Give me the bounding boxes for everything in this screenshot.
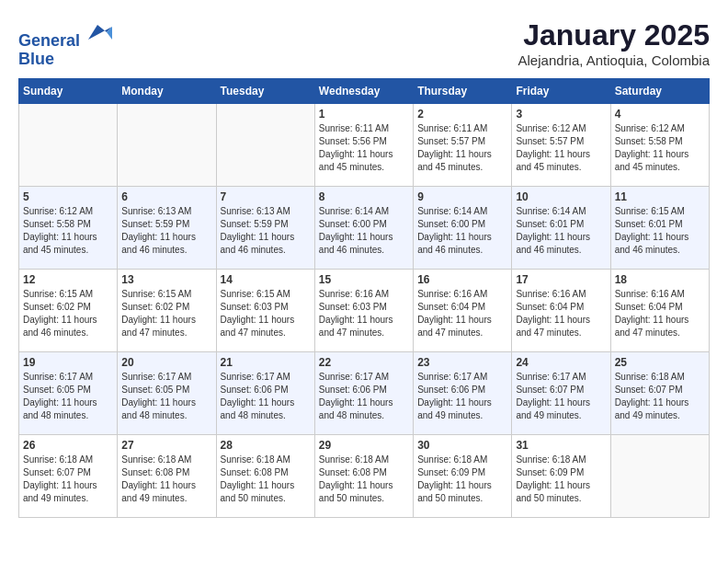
day-number: 9 (417, 190, 507, 203)
cell-info: Sunrise: 6:12 AM Sunset: 5:58 PM Dayligh… (23, 205, 113, 257)
calendar-cell: 15Sunrise: 6:16 AM Sunset: 6:03 PM Dayli… (314, 269, 413, 351)
day-number: 7 (221, 190, 311, 203)
calendar-cell: 6Sunrise: 6:13 AM Sunset: 5:59 PM Daylig… (118, 186, 216, 269)
calendar-cell: 8Sunrise: 6:14 AM Sunset: 6:00 PM Daylig… (314, 186, 413, 269)
calendar-cell: 2Sunrise: 6:11 AM Sunset: 5:57 PM Daylig… (414, 103, 512, 186)
cell-info: Sunrise: 6:16 AM Sunset: 6:04 PM Dayligh… (417, 288, 507, 339)
weekday-header-friday: Friday (512, 78, 610, 103)
cell-info: Sunrise: 6:18 AM Sunset: 6:09 PM Dayligh… (516, 454, 606, 505)
day-number: 23 (417, 356, 507, 369)
cell-info: Sunrise: 6:17 AM Sunset: 6:06 PM Dayligh… (319, 371, 409, 422)
page-header: General Blue January 2025 Alejandria, An… (18, 18, 710, 69)
day-number: 3 (516, 108, 606, 121)
logo: General Blue (18, 18, 114, 69)
cell-info: Sunrise: 6:16 AM Sunset: 6:04 PM Dayligh… (615, 288, 705, 339)
calendar-cell: 29Sunrise: 6:18 AM Sunset: 6:08 PM Dayli… (314, 434, 413, 517)
calendar-cell: 5Sunrise: 6:12 AM Sunset: 5:58 PM Daylig… (19, 186, 118, 269)
cell-info: Sunrise: 6:17 AM Sunset: 6:05 PM Dayligh… (23, 371, 113, 422)
calendar-cell: 21Sunrise: 6:17 AM Sunset: 6:06 PM Dayli… (216, 351, 314, 434)
cell-info: Sunrise: 6:15 AM Sunset: 6:03 PM Dayligh… (221, 288, 311, 339)
calendar-cell: 28Sunrise: 6:18 AM Sunset: 6:08 PM Dayli… (216, 434, 314, 517)
logo-icon (86, 18, 114, 46)
calendar-week-3: 12Sunrise: 6:15 AM Sunset: 6:02 PM Dayli… (19, 269, 710, 351)
cell-info: Sunrise: 6:16 AM Sunset: 6:03 PM Dayligh… (319, 288, 409, 339)
day-number: 4 (615, 108, 705, 121)
day-number: 30 (417, 439, 507, 452)
cell-info: Sunrise: 6:13 AM Sunset: 5:59 PM Dayligh… (221, 205, 311, 257)
cell-info: Sunrise: 6:14 AM Sunset: 6:01 PM Dayligh… (516, 205, 606, 257)
cell-info: Sunrise: 6:11 AM Sunset: 5:57 PM Dayligh… (417, 122, 507, 174)
cell-info: Sunrise: 6:17 AM Sunset: 6:06 PM Dayligh… (221, 371, 311, 422)
calendar-title: January 2025 (518, 18, 710, 52)
calendar-week-1: 1Sunrise: 6:11 AM Sunset: 5:56 PM Daylig… (19, 103, 710, 186)
cell-info: Sunrise: 6:15 AM Sunset: 6:01 PM Dayligh… (615, 205, 705, 257)
day-number: 10 (516, 190, 606, 203)
day-number: 17 (516, 273, 606, 286)
cell-info: Sunrise: 6:15 AM Sunset: 6:02 PM Dayligh… (121, 288, 211, 339)
calendar-cell: 25Sunrise: 6:18 AM Sunset: 6:07 PM Dayli… (610, 351, 709, 434)
day-number: 16 (417, 273, 507, 286)
day-number: 18 (615, 273, 705, 286)
day-number: 13 (121, 273, 211, 286)
calendar-cell: 27Sunrise: 6:18 AM Sunset: 6:08 PM Dayli… (118, 434, 216, 517)
cell-info: Sunrise: 6:14 AM Sunset: 6:00 PM Dayligh… (319, 205, 409, 257)
calendar-week-2: 5Sunrise: 6:12 AM Sunset: 5:58 PM Daylig… (19, 186, 710, 269)
day-number: 28 (221, 439, 311, 452)
logo-general: General (18, 31, 80, 50)
calendar-cell (610, 434, 709, 517)
calendar-cell (216, 103, 314, 186)
cell-info: Sunrise: 6:14 AM Sunset: 6:00 PM Dayligh… (417, 205, 507, 257)
cell-info: Sunrise: 6:18 AM Sunset: 6:07 PM Dayligh… (615, 371, 705, 422)
cell-info: Sunrise: 6:17 AM Sunset: 6:05 PM Dayligh… (121, 371, 211, 422)
day-number: 26 (23, 439, 113, 452)
cell-info: Sunrise: 6:11 AM Sunset: 5:56 PM Dayligh… (319, 122, 409, 174)
logo-blue: Blue (18, 50, 54, 68)
calendar-cell: 30Sunrise: 6:18 AM Sunset: 6:09 PM Dayli… (414, 434, 512, 517)
calendar-cell (19, 103, 118, 186)
calendar-cell: 1Sunrise: 6:11 AM Sunset: 5:56 PM Daylig… (314, 103, 413, 186)
calendar-cell: 11Sunrise: 6:15 AM Sunset: 6:01 PM Dayli… (610, 186, 709, 269)
calendar-cell: 9Sunrise: 6:14 AM Sunset: 6:00 PM Daylig… (414, 186, 512, 269)
calendar-cell: 12Sunrise: 6:15 AM Sunset: 6:02 PM Dayli… (19, 269, 118, 351)
weekday-header-tuesday: Tuesday (216, 78, 314, 103)
cell-info: Sunrise: 6:12 AM Sunset: 5:58 PM Dayligh… (615, 122, 705, 174)
day-number: 22 (319, 356, 409, 369)
day-number: 27 (121, 439, 211, 452)
day-number: 21 (221, 356, 311, 369)
cell-info: Sunrise: 6:15 AM Sunset: 6:02 PM Dayligh… (23, 288, 113, 339)
cell-info: Sunrise: 6:18 AM Sunset: 6:09 PM Dayligh… (417, 454, 507, 505)
calendar-cell: 24Sunrise: 6:17 AM Sunset: 6:07 PM Dayli… (512, 351, 610, 434)
cell-info: Sunrise: 6:12 AM Sunset: 5:57 PM Dayligh… (516, 122, 606, 174)
calendar-cell: 22Sunrise: 6:17 AM Sunset: 6:06 PM Dayli… (314, 351, 413, 434)
calendar-cell: 18Sunrise: 6:16 AM Sunset: 6:04 PM Dayli… (610, 269, 709, 351)
day-number: 15 (319, 273, 409, 286)
title-block: January 2025 Alejandria, Antioquia, Colo… (518, 18, 710, 68)
calendar-week-4: 19Sunrise: 6:17 AM Sunset: 6:05 PM Dayli… (19, 351, 710, 434)
calendar-table: SundayMondayTuesdayWednesdayThursdayFrid… (18, 78, 710, 518)
day-number: 24 (516, 356, 606, 369)
calendar-cell: 14Sunrise: 6:15 AM Sunset: 6:03 PM Dayli… (216, 269, 314, 351)
day-number: 29 (319, 439, 409, 452)
calendar-cell: 20Sunrise: 6:17 AM Sunset: 6:05 PM Dayli… (118, 351, 216, 434)
day-number: 1 (319, 108, 409, 121)
day-number: 5 (23, 190, 113, 203)
calendar-cell: 17Sunrise: 6:16 AM Sunset: 6:04 PM Dayli… (512, 269, 610, 351)
calendar-cell: 16Sunrise: 6:16 AM Sunset: 6:04 PM Dayli… (414, 269, 512, 351)
calendar-cell (118, 103, 216, 186)
cell-info: Sunrise: 6:17 AM Sunset: 6:07 PM Dayligh… (516, 371, 606, 422)
cell-info: Sunrise: 6:18 AM Sunset: 6:08 PM Dayligh… (221, 454, 311, 505)
calendar-cell: 23Sunrise: 6:17 AM Sunset: 6:06 PM Dayli… (414, 351, 512, 434)
weekday-header-wednesday: Wednesday (314, 78, 413, 103)
calendar-subtitle: Alejandria, Antioquia, Colombia (518, 52, 710, 68)
weekday-header-row: SundayMondayTuesdayWednesdayThursdayFrid… (19, 78, 710, 103)
day-number: 8 (319, 190, 409, 203)
cell-info: Sunrise: 6:18 AM Sunset: 6:08 PM Dayligh… (121, 454, 211, 505)
calendar-cell: 26Sunrise: 6:18 AM Sunset: 6:07 PM Dayli… (19, 434, 118, 517)
day-number: 25 (615, 356, 705, 369)
calendar-cell: 19Sunrise: 6:17 AM Sunset: 6:05 PM Dayli… (19, 351, 118, 434)
calendar-cell: 10Sunrise: 6:14 AM Sunset: 6:01 PM Dayli… (512, 186, 610, 269)
day-number: 20 (121, 356, 211, 369)
calendar-cell: 13Sunrise: 6:15 AM Sunset: 6:02 PM Dayli… (118, 269, 216, 351)
day-number: 12 (23, 273, 113, 286)
cell-info: Sunrise: 6:13 AM Sunset: 5:59 PM Dayligh… (121, 205, 211, 257)
